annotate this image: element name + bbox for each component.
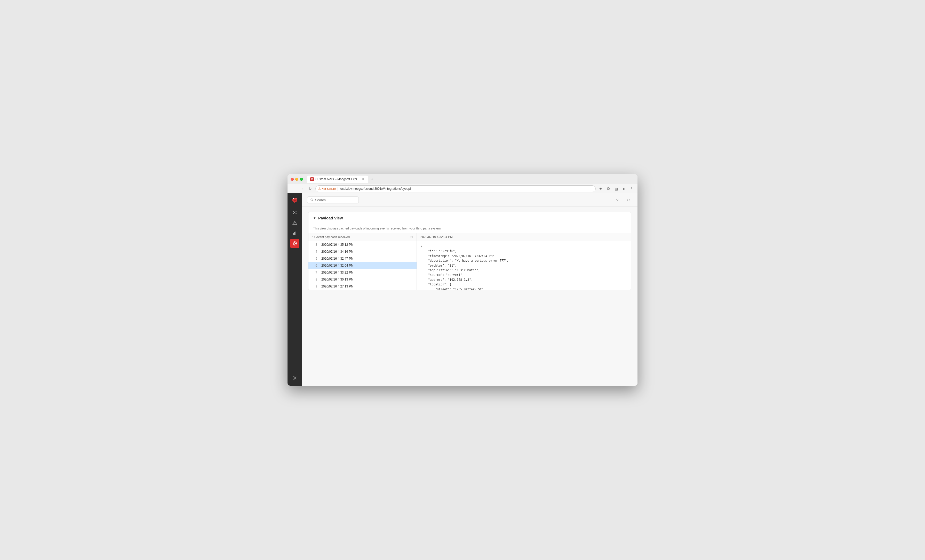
title-bar: M Custom API's – Moogsoft Expr... ✕ + (288, 174, 637, 184)
event-row[interactable]: 8 2020/07/16 4:30:13 PM (309, 276, 417, 283)
payload-body: 11 event payloads received ↻ 3 2020/07/1… (309, 233, 631, 290)
events-list-header: 11 event payloads received ↻ (309, 233, 417, 241)
event-time: 2020/07/16 4:32:04 PM (321, 264, 354, 267)
page-content: ▼ Payload View This view displays cached… (302, 207, 637, 386)
event-count-label: 11 event payloads received (312, 236, 350, 239)
events-list: 11 event payloads received ↻ 3 2020/07/1… (309, 233, 417, 290)
svg-point-14 (294, 224, 295, 224)
search-input[interactable] (315, 198, 356, 202)
url-separator: | (337, 187, 338, 191)
svg-point-7 (293, 211, 294, 212)
sidebar-item-charts[interactable] (290, 228, 300, 238)
svg-point-3 (293, 198, 294, 199)
search-icon (310, 198, 313, 202)
event-num: 7 (312, 271, 317, 274)
sidebar-logo[interactable] (291, 197, 299, 205)
event-time: 2020/07/16 4:33:22 PM (321, 271, 354, 274)
svg-point-9 (293, 213, 294, 214)
extension-icon-1[interactable]: ❂ (606, 186, 611, 192)
svg-rect-17 (295, 231, 296, 235)
event-time: 2020/07/16 4:27:13 PM (321, 285, 354, 288)
event-num: 9 (312, 285, 317, 288)
help-button[interactable]: ? (614, 197, 621, 204)
event-row[interactable]: 7 2020/07/16 4:33:22 PM (309, 269, 417, 276)
search-box[interactable] (307, 197, 359, 203)
scatter-icon (292, 210, 297, 215)
url-bar[interactable]: ⚠ Not Secure | local.dev.moogsoft.cloud:… (315, 185, 596, 192)
reload-button[interactable]: ↻ (307, 186, 313, 192)
event-num: 8 (312, 278, 317, 281)
svg-point-19 (294, 243, 295, 244)
tab-favicon: M (310, 177, 314, 181)
svg-point-5 (294, 200, 296, 201)
app-header: ? C (302, 194, 637, 207)
not-secure-label: Not Secure (322, 187, 336, 190)
json-panel: 2020/07/16 4:32:04 PM { "id": "35293f6",… (417, 233, 631, 290)
url-text: local.dev.moogsoft.cloud:3001/#/integrat… (340, 187, 411, 191)
event-time: 2020/07/16 4:32:47 PM (321, 257, 354, 260)
payload-toggle[interactable]: ▼ (313, 216, 316, 220)
payload-header: ▼ Payload View (309, 212, 631, 224)
svg-point-8 (295, 211, 297, 212)
sidebar-item-scatter[interactable] (290, 208, 300, 217)
back-button[interactable]: ← (291, 186, 297, 192)
svg-point-11 (294, 212, 295, 213)
close-button[interactable] (291, 178, 294, 181)
active-tab[interactable]: M Custom API's – Moogsoft Expr... ✕ (307, 176, 368, 183)
event-num: 4 (312, 250, 317, 254)
svg-point-24 (294, 377, 295, 379)
sidebar-item-integration[interactable] (290, 239, 300, 248)
svg-point-4 (296, 198, 297, 199)
settings-icon (292, 376, 297, 380)
header-right: ? C (614, 197, 632, 204)
bookmark-icon[interactable]: ★ (598, 186, 603, 192)
address-bar-right: ★ ❂ ▤ ● ⋮ (598, 186, 634, 192)
event-num: 3 (312, 243, 317, 246)
warning-icon: ⚠ (318, 187, 321, 190)
tab-title: Custom API's – Moogsoft Expr... (315, 177, 360, 181)
extension-icon-2[interactable]: ▤ (613, 186, 619, 192)
menu-icon[interactable]: ⋮ (629, 186, 634, 192)
svg-rect-16 (294, 232, 295, 235)
user-profile-icon[interactable]: ● (621, 186, 627, 192)
svg-point-25 (311, 199, 313, 201)
refresh-icon[interactable]: ↻ (410, 235, 413, 239)
traffic-lights (291, 178, 303, 181)
json-content[interactable]: { "id": "35293f6", "timestamp": "2020/07… (417, 241, 631, 290)
events-scroll[interactable]: 3 2020/07/16 4:35:12 PM 4 2020/07/16 4:3… (309, 241, 417, 290)
event-row[interactable]: 4 2020/07/16 4:34:16 PM (309, 248, 417, 255)
svg-line-26 (313, 201, 313, 201)
minimize-button[interactable] (295, 178, 298, 181)
logo-icon (291, 197, 298, 204)
event-time: 2020/07/16 4:34:16 PM (321, 250, 354, 254)
event-row[interactable]: 6 2020/07/16 4:32:04 PM (309, 262, 417, 269)
event-row[interactable]: 5 2020/07/16 4:32:47 PM (309, 255, 417, 262)
tab-area: M Custom API's – Moogsoft Expr... ✕ + (307, 176, 634, 183)
integration-icon (292, 241, 297, 246)
tab-close-button[interactable]: ✕ (361, 177, 365, 181)
forward-button[interactable]: → (299, 186, 305, 192)
payload-description: This view displays cached payloads of in… (309, 224, 631, 233)
user-button[interactable]: C (625, 197, 632, 204)
event-num: 5 (312, 257, 317, 260)
event-row[interactable]: 3 2020/07/16 4:35:12 PM (309, 241, 417, 248)
svg-rect-15 (293, 233, 294, 235)
event-row[interactable]: 9 2020/07/16 4:27:13 PM (309, 283, 417, 290)
maximize-button[interactable] (300, 178, 303, 181)
payload-section: ▼ Payload View This view displays cached… (308, 212, 631, 290)
event-time: 2020/07/16 4:35:12 PM (321, 243, 354, 246)
address-bar: ← → ↻ ⚠ Not Secure | local.dev.moogsoft.… (288, 184, 637, 194)
json-panel-header: 2020/07/16 4:32:04 PM (417, 233, 631, 241)
sidebar-item-settings[interactable] (290, 373, 300, 383)
main-content: ? C ▼ Payload View This view displays ca… (302, 194, 637, 386)
event-num: 6 (312, 264, 317, 267)
new-tab-button[interactable]: + (369, 176, 375, 182)
sidebar (288, 194, 302, 386)
payload-title: Payload View (318, 216, 343, 220)
event-time: 2020/07/16 4:30:13 PM (321, 278, 354, 281)
security-indicator: ⚠ Not Secure (318, 187, 336, 190)
app-body: ? C ▼ Payload View This view displays ca… (288, 194, 637, 386)
sidebar-item-alerts[interactable] (290, 218, 300, 227)
browser-window: M Custom API's – Moogsoft Expr... ✕ + ← … (288, 174, 637, 386)
alert-icon (292, 221, 297, 225)
